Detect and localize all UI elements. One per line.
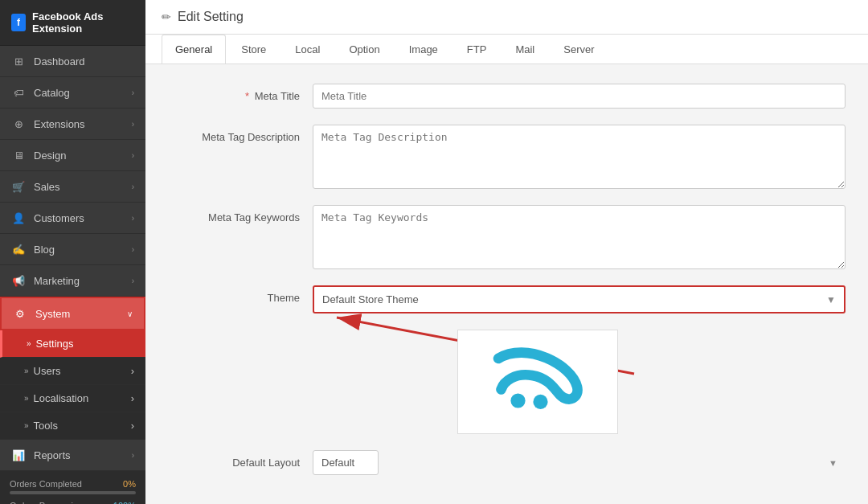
- chevron-right-icon: ›: [132, 277, 134, 285]
- sidebar-item-sales[interactable]: 🛒 Sales ›: [0, 171, 145, 203]
- chevron-right-icon: ›: [132, 151, 134, 160]
- catalog-icon: 🏷: [11, 85, 26, 100]
- sidebar-stats: Orders Completed 0% Orders Processing 10…: [0, 471, 145, 504]
- sales-icon: 🛒: [11, 179, 26, 194]
- sidebar-item-design[interactable]: 🖥 Design ›: [0, 140, 145, 171]
- sidebar-item-reports[interactable]: 📊 Reports ›: [0, 440, 145, 471]
- tab-mail[interactable]: Mail: [502, 35, 548, 64]
- theme-preview: [457, 330, 618, 434]
- sidebar: f Facebook Ads Extension ⊞ Dashboard 🏷 C…: [0, 0, 145, 504]
- tabs-bar: General Store Local Option Image FTP Mai…: [145, 35, 868, 64]
- chevron-down-icon: ∨: [127, 309, 133, 318]
- tab-ftp[interactable]: FTP: [453, 35, 501, 64]
- sidebar-item-system[interactable]: ⚙ System ∨: [0, 297, 145, 330]
- stat-orders-processing: Orders Processing 100%: [10, 501, 136, 504]
- sidebar-brand[interactable]: f Facebook Ads Extension: [0, 0, 145, 46]
- sub-arrow-icon: »: [24, 421, 29, 430]
- content-area: * Meta Title Meta Tag Description Meta T…: [145, 64, 868, 504]
- theme-select-wrapper: Default Store Theme ▼: [313, 285, 845, 313]
- stat-bar: [10, 491, 136, 494]
- tab-option[interactable]: Option: [335, 35, 393, 64]
- sidebar-item-extensions[interactable]: ⊕ Extensions ›: [0, 109, 145, 140]
- theme-select[interactable]: Default Store Theme: [314, 287, 844, 312]
- extensions-icon: ⊕: [11, 117, 26, 131]
- stat-pct: 0%: [123, 479, 136, 489]
- sidebar-subitem-label: Localisation: [34, 392, 89, 404]
- dashboard-icon: ⊞: [11, 54, 26, 68]
- brand-label: Facebook Ads Extension: [32, 10, 134, 35]
- default-layout-label: Default Layout: [168, 450, 313, 469]
- sidebar-item-dashboard[interactable]: ⊞ Dashboard: [0, 46, 145, 77]
- sidebar-item-label: Blog: [34, 244, 132, 256]
- form-row-theme: Theme Default Store Theme ▼: [168, 285, 845, 313]
- page-header: ✏ Edit Setting: [145, 0, 868, 35]
- sidebar-subitem-localisation[interactable]: » Localisation ›: [0, 385, 145, 412]
- meta-description-input[interactable]: [313, 125, 845, 189]
- sidebar-subitem-users[interactable]: » Users ›: [0, 358, 145, 385]
- sidebar-item-label: Dashboard: [34, 55, 134, 68]
- theme-label: Theme: [168, 285, 313, 304]
- blog-icon: ✍: [11, 242, 26, 256]
- sub-arrow-icon: »: [24, 367, 29, 375]
- stat-pct: 100%: [113, 501, 136, 504]
- meta-title-input[interactable]: [313, 84, 845, 109]
- sidebar-item-label: Extensions: [34, 118, 132, 130]
- chevron-right-icon: ›: [132, 451, 134, 460]
- tab-store[interactable]: Store: [227, 35, 280, 64]
- sidebar-subitem-label: Tools: [34, 420, 58, 432]
- sidebar-subitem-label: Settings: [36, 338, 74, 350]
- sidebar-subitem-settings[interactable]: » Settings: [0, 330, 145, 358]
- sidebar-item-label: Catalog: [34, 87, 132, 99]
- sidebar-item-customers[interactable]: 👤 Customers ›: [0, 203, 145, 234]
- stat-label-text: Orders Processing: [10, 501, 83, 504]
- meta-title-label: * Meta Title: [168, 84, 313, 102]
- form-row-default-layout: Default Layout Default ▼: [168, 450, 845, 475]
- brand-icon: f: [11, 14, 26, 31]
- meta-keywords-label: Meta Tag Keywords: [168, 205, 313, 223]
- chevron-down-icon: ▼: [829, 458, 837, 468]
- reports-icon: 📊: [11, 448, 26, 462]
- chevron-right-icon: ›: [132, 214, 134, 223]
- main-content: ✏ Edit Setting General Store Local Optio…: [145, 0, 868, 504]
- form-row-meta-title: * Meta Title: [168, 84, 845, 109]
- tab-local[interactable]: Local: [281, 35, 334, 64]
- sidebar-item-catalog[interactable]: 🏷 Catalog ›: [0, 77, 145, 109]
- chevron-right-icon: ›: [131, 365, 134, 377]
- form-row-meta-description: Meta Tag Description: [168, 125, 845, 189]
- tab-general[interactable]: General: [162, 35, 226, 64]
- sidebar-item-label: System: [35, 308, 127, 320]
- required-marker: *: [245, 90, 249, 102]
- chevron-right-icon: ›: [132, 245, 134, 254]
- chevron-right-icon: ›: [132, 182, 134, 191]
- page-title: Edit Setting: [178, 10, 244, 24]
- sidebar-item-label: Customers: [34, 212, 132, 224]
- tab-image[interactable]: Image: [395, 35, 452, 64]
- stat-orders-completed: Orders Completed 0%: [10, 479, 136, 494]
- tab-server[interactable]: Server: [550, 35, 608, 64]
- sidebar-item-marketing[interactable]: 📢 Marketing ›: [0, 265, 145, 297]
- svg-point-2: [510, 393, 525, 408]
- default-layout-select[interactable]: Default: [313, 450, 379, 475]
- sub-arrow-icon: »: [24, 394, 29, 403]
- customers-icon: 👤: [11, 211, 26, 225]
- sidebar-item-label: Design: [34, 150, 132, 162]
- form-row-meta-keywords: Meta Tag Keywords: [168, 205, 845, 269]
- theme-preview-area: [313, 330, 845, 434]
- sidebar-item-label: Sales: [34, 181, 132, 193]
- chevron-right-icon: ›: [131, 420, 134, 432]
- sidebar-subitem-tools[interactable]: » Tools ›: [0, 412, 145, 440]
- edit-icon: ✏: [162, 10, 171, 23]
- meta-keywords-input[interactable]: [313, 205, 845, 269]
- sidebar-subitem-label: Users: [34, 365, 61, 377]
- marketing-icon: 📢: [11, 273, 26, 288]
- chevron-right-icon: ›: [131, 392, 134, 404]
- chevron-right-icon: ›: [132, 120, 134, 129]
- sub-arrow-icon: »: [27, 339, 31, 348]
- sidebar-item-blog[interactable]: ✍ Blog ›: [0, 234, 145, 265]
- chevron-right-icon: ›: [132, 88, 134, 97]
- sidebar-item-label: Reports: [34, 449, 132, 461]
- meta-description-label: Meta Tag Description: [168, 125, 313, 143]
- stat-label-text: Orders Completed: [10, 479, 82, 489]
- design-icon: 🖥: [11, 148, 26, 162]
- svg-point-3: [533, 394, 547, 408]
